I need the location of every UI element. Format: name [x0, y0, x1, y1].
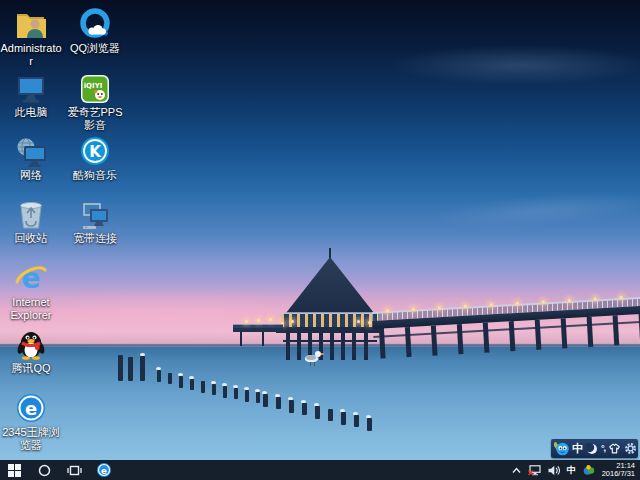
pavilion-stilt — [341, 333, 345, 360]
pavilion-stilt — [352, 333, 356, 360]
groyne-post — [140, 356, 145, 381]
icon-label: Administrator — [0, 42, 62, 68]
cortana-search-button[interactable] — [32, 460, 56, 480]
broadband-connection-icon — [64, 196, 126, 230]
seagull — [244, 387, 249, 390]
ime-settings-gear-icon[interactable] — [624, 442, 637, 455]
recycle-bin-icon — [0, 196, 62, 230]
desktop-icon-administrator[interactable]: Administrator — [0, 6, 62, 68]
groyne-post — [354, 415, 359, 427]
groyne-post — [157, 370, 161, 382]
pier-pillar — [509, 321, 516, 351]
seagull-foreground — [303, 349, 323, 365]
skin-shirt-icon[interactable] — [608, 442, 621, 455]
pier-pillar — [483, 323, 490, 353]
pier-lamp — [368, 321, 371, 324]
desktop-icon-broadband[interactable]: 宽带连接 — [64, 196, 126, 245]
pier-lamp — [438, 306, 441, 309]
seagull — [140, 353, 145, 356]
desktop-icon-this-pc[interactable]: 此电脑 — [0, 70, 62, 119]
pier-lamp — [257, 319, 260, 322]
deck-post — [262, 332, 264, 346]
taskbar-clock[interactable]: 21:14 2016/7/31 — [602, 462, 635, 479]
seagull — [189, 376, 194, 379]
pavilion-hall — [281, 314, 379, 327]
groyne-post — [179, 376, 183, 388]
svg-text:iQIYI: iQIYI — [84, 82, 103, 90]
icon-label: Internet Explorer — [0, 296, 62, 322]
icon-label: 网络 — [0, 169, 62, 182]
icon-label: 爱奇艺PPS 影音 — [64, 106, 126, 132]
fullwidth-moon-icon[interactable] — [586, 443, 598, 455]
windows-desktop: Administrator 此电脑 网络 — [0, 0, 640, 480]
hidden-icons-chevron[interactable] — [512, 467, 521, 474]
desktop-icon-iqiyi-pps[interactable]: iQIYI 爱奇艺PPS 影音 — [64, 70, 126, 132]
network-status-icon[interactable] — [528, 465, 541, 476]
seagull — [262, 391, 267, 394]
pier-pillar — [535, 320, 542, 350]
seagull — [314, 403, 319, 406]
icon-label: 腾讯QQ — [0, 362, 62, 375]
desktop-icon-2345-browser[interactable]: e 2345王牌浏览器 — [0, 390, 62, 452]
network-globe-icon — [0, 133, 62, 167]
icon-label: 回收站 — [0, 232, 62, 245]
ime-mascot-icon[interactable] — [554, 441, 569, 456]
desktop-icon-kugou-music[interactable]: K 酷狗音乐 — [64, 133, 126, 182]
groyne-post — [201, 381, 205, 393]
seagull — [301, 400, 306, 403]
task-view-button[interactable] — [62, 460, 86, 480]
pier-pillar — [613, 315, 620, 345]
pier-lamp — [357, 320, 360, 323]
user-folder-icon — [0, 6, 62, 40]
seagull — [275, 394, 280, 397]
icon-label: 此电脑 — [0, 106, 62, 119]
pier-pillar — [379, 328, 386, 358]
groyne-post — [328, 409, 333, 421]
groyne-post — [341, 412, 346, 425]
seagull — [340, 409, 345, 412]
seagull — [233, 385, 238, 388]
qq-penguin-icon — [0, 326, 62, 360]
desktop-icon-recycle-bin[interactable]: 回收站 — [0, 196, 62, 245]
pavilion-spire — [329, 248, 331, 258]
ime-toolbar[interactable]: 中 °, — [551, 439, 638, 458]
ime-mode-toggle[interactable]: 中 — [572, 443, 583, 454]
seagull — [211, 381, 216, 384]
volume-icon[interactable] — [548, 465, 560, 476]
2345-browser-icon: e — [0, 390, 62, 424]
cloud — [390, 45, 640, 85]
desktop-icon-tencent-qq[interactable]: 腾讯QQ — [0, 326, 62, 375]
icon-label: 2345王牌浏览器 — [0, 426, 62, 452]
pier-pillar — [457, 324, 464, 354]
icon-label: QQ浏览器 — [64, 42, 126, 55]
seagull — [288, 397, 293, 400]
tray-ime-indicator[interactable]: 中 — [567, 464, 576, 477]
icon-label: 酷狗音乐 — [64, 169, 126, 182]
seagull — [255, 389, 260, 392]
groyne-post — [276, 397, 281, 409]
svg-text:e: e — [25, 398, 37, 419]
pavilion-stilt — [330, 333, 334, 360]
punctuation-toggle[interactable]: °, — [601, 444, 605, 453]
groyne-post — [367, 418, 372, 431]
pier-pillar — [561, 318, 568, 348]
groyne-post — [118, 355, 123, 381]
seagull — [156, 367, 161, 370]
groyne-post — [212, 384, 216, 395]
start-button[interactable] — [2, 460, 26, 480]
groyne-post — [234, 388, 238, 399]
desktop-icon-qq-browser[interactable]: QQ浏览器 — [64, 6, 126, 55]
groyne-post — [263, 394, 268, 407]
desktop-icon-internet-explorer[interactable]: e Internet Explorer — [0, 260, 62, 322]
tray-app-icon[interactable] — [583, 464, 595, 476]
iqiyi-pps-icon: iQIYI — [64, 70, 126, 104]
internet-explorer-icon: e — [0, 260, 62, 294]
taskbar-2345-browser-button[interactable]: e — [92, 460, 116, 480]
desktop-icon-network[interactable]: 网络 — [0, 133, 62, 182]
seagull — [366, 415, 371, 418]
groyne-post — [168, 373, 172, 384]
groyne-post — [256, 392, 260, 403]
groyne-post — [190, 379, 194, 390]
kugou-music-icon: K — [64, 133, 126, 167]
svg-text:e: e — [101, 466, 107, 476]
